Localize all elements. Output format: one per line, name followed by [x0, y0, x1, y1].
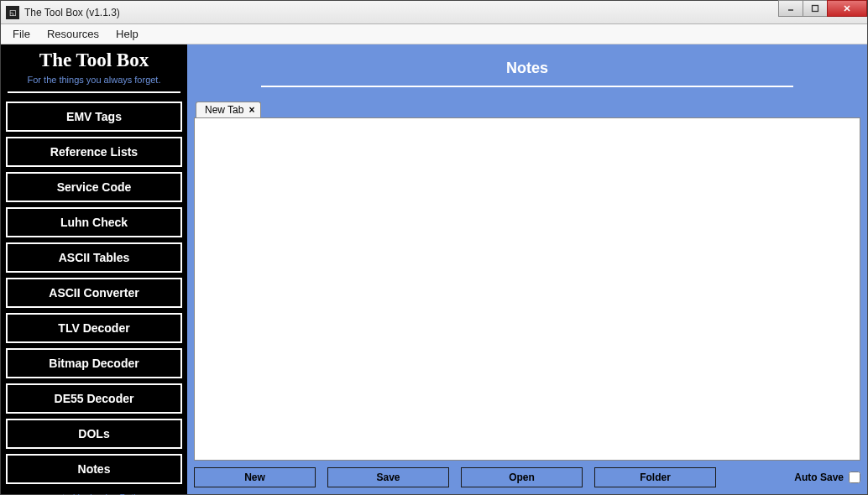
nav-reference-lists[interactable]: Reference Lists — [6, 137, 182, 167]
nav-notes[interactable]: Notes — [6, 454, 182, 484]
content-area: The Tool Box For the things you always f… — [1, 44, 867, 494]
sidebar-title: The Tool Box — [6, 50, 182, 71]
folder-button[interactable]: Folder — [594, 467, 716, 487]
new-button[interactable]: New — [194, 467, 316, 487]
nav-de55-decoder[interactable]: DE55 Decoder — [6, 383, 182, 414]
save-button[interactable]: Save — [327, 467, 449, 487]
menubar: File Resources Help — [1, 24, 867, 44]
main-panel: Notes New Tab × New Save Open Folder Aut… — [187, 44, 867, 494]
nav-emv-tags[interactable]: EMV Tags — [6, 102, 182, 132]
bottom-toolbar: New Save Open Folder Auto Save — [194, 467, 860, 487]
svg-rect-1 — [813, 6, 818, 12]
menu-file[interactable]: File — [4, 26, 39, 42]
minimize-button[interactable] — [778, 0, 803, 17]
sidebar-footer: created by Louise Butler — [6, 484, 182, 495]
nav-ascii-converter[interactable]: ASCII Converter — [6, 278, 182, 308]
nav-ascii-tables[interactable]: ASCII Tables — [6, 242, 182, 273]
open-button[interactable]: Open — [461, 467, 583, 487]
app-icon: ◱ — [6, 6, 19, 19]
titlebar: ◱ The Tool Box (v1.1.3) — [1, 1, 867, 24]
sidebar-nav: EMV Tags Reference Lists Service Code Lu… — [6, 102, 182, 484]
notes-editor[interactable] — [194, 117, 860, 461]
tab-close-icon[interactable]: × — [248, 105, 254, 115]
close-button[interactable] — [827, 0, 867, 17]
window-controls — [779, 0, 867, 17]
app-window: ◱ The Tool Box (v1.1.3) File Resources H… — [0, 0, 868, 495]
sidebar: The Tool Box For the things you always f… — [1, 44, 187, 494]
nav-tlv-decoder[interactable]: TLV Decoder — [6, 313, 182, 343]
header-divider — [261, 86, 793, 87]
menu-help[interactable]: Help — [107, 26, 147, 42]
maximize-button[interactable] — [803, 0, 828, 17]
window-title: The Tool Box (v1.1.3) — [24, 7, 120, 18]
nav-luhn-check[interactable]: Luhn Check — [6, 207, 182, 237]
nav-service-code[interactable]: Service Code — [6, 172, 182, 202]
sidebar-subtitle: For the things you always forget. — [6, 75, 182, 85]
nav-dols[interactable]: DOLs — [6, 419, 182, 449]
nav-bitmap-decoder[interactable]: Bitmap Decoder — [6, 348, 182, 378]
tab-new[interactable]: New Tab × — [196, 102, 261, 117]
autosave-label: Auto Save — [794, 472, 844, 483]
tabstrip: New Tab × — [196, 99, 860, 117]
autosave-control[interactable]: Auto Save — [794, 472, 860, 483]
tab-label: New Tab — [205, 104, 243, 116]
menu-resources[interactable]: Resources — [39, 26, 107, 42]
autosave-checkbox[interactable] — [849, 472, 860, 483]
page-title: Notes — [194, 60, 860, 77]
sidebar-divider — [8, 91, 180, 93]
